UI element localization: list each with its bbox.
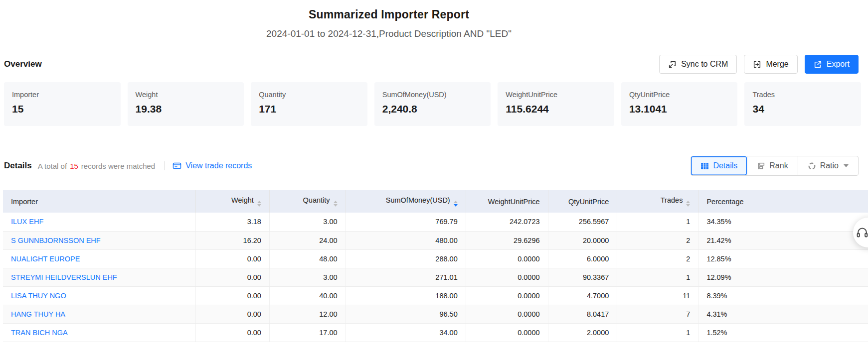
cell-qtyunitprice: 8.0417 <box>548 305 617 323</box>
view-mode-rank[interactable]: Rank <box>747 156 797 175</box>
column-header-sumofmoney-usd[interactable]: SumOfMoney(USD) <box>346 190 466 213</box>
details-summary: Details A total of 15 records were match… <box>4 161 252 171</box>
importer-link[interactable]: TRAN BICH NGA <box>11 329 68 337</box>
cell-weightunitprice: 29.6296 <box>466 231 548 249</box>
cell-percentage: 34.35% <box>698 213 868 231</box>
sort-carets-icon[interactable] <box>454 201 458 207</box>
cell-qtyunitprice: 256.5967 <box>548 213 617 231</box>
cell-weightunitprice: 242.0723 <box>466 213 548 231</box>
importer-link[interactable]: LISA THUY NGO <box>11 292 66 300</box>
column-header-label: WeightUnitPrice <box>488 198 540 206</box>
cell-quantity: 3.00 <box>269 268 346 286</box>
cell-weightunitprice: 0.0000 <box>466 268 548 286</box>
stat-card-label: QtyUnitPrice <box>629 91 730 99</box>
cell-importer: TRAN BICH NGA <box>3 323 196 342</box>
sync-to-crm-button[interactable]: Sync to CRM <box>659 55 737 74</box>
cell-qtyunitprice: 4.7000 <box>548 286 617 305</box>
sync-to-crm-label: Sync to CRM <box>681 60 728 69</box>
view-mode-details[interactable]: Details <box>691 156 747 175</box>
records-icon <box>173 161 181 170</box>
stat-card: Weight 19.38 <box>128 82 244 126</box>
cell-trades: 1 <box>617 213 698 231</box>
view-mode-rank-label: Rank <box>769 161 788 170</box>
stat-card-value: 115.6244 <box>506 103 606 115</box>
export-label: Export <box>827 60 850 69</box>
cell-trades: 1 <box>617 268 698 286</box>
cell-sumofmoney-usd: 188.00 <box>346 286 466 305</box>
column-header-quantity[interactable]: Quantity <box>269 190 346 213</box>
cell-importer: LISA THUY NGO <box>3 286 196 305</box>
cell-qtyunitprice: 90.3367 <box>548 268 617 286</box>
stat-card-value: 15 <box>12 103 113 115</box>
cell-trades: 1 <box>617 323 698 342</box>
rank-icon <box>757 162 765 170</box>
column-header-label: SumOfMoney(USD) <box>386 196 450 204</box>
column-header-weight[interactable]: Weight <box>196 190 269 213</box>
cell-percentage: 1.52% <box>698 323 868 342</box>
page-title: Summarized Importer Report <box>0 8 778 21</box>
stat-card-label: SumOfMoney(USD) <box>382 91 483 99</box>
view-trade-records-label: View trade records <box>185 161 252 170</box>
column-header-label: Trades <box>661 196 683 204</box>
stat-card: QtyUnitPrice 13.1041 <box>621 82 738 126</box>
cell-weight: 0.00 <box>196 323 269 342</box>
view-mode-ratio[interactable]: Ratio <box>798 156 858 175</box>
stat-card-value: 19.38 <box>136 103 236 115</box>
stat-card: WeightUnitPrice 115.6244 <box>498 82 614 126</box>
cell-quantity: 3.00 <box>269 213 346 231</box>
cell-sumofmoney-usd: 96.50 <box>346 305 466 323</box>
cell-importer: HANG THUY HA <box>3 305 196 323</box>
stat-card-value: 2,240.8 <box>382 103 483 115</box>
import-icon <box>668 60 677 69</box>
column-header-label: Importer <box>11 198 38 206</box>
table-header-row: ImporterWeightQuantitySumOfMoney(USD)Wei… <box>3 190 868 213</box>
importer-link[interactable]: HANG THUY HA <box>11 310 65 318</box>
column-header-weightunitprice: WeightUnitPrice <box>466 190 548 213</box>
importer-link[interactable]: ILUX EHF <box>11 218 43 226</box>
merge-button[interactable]: Merge <box>744 55 797 74</box>
importer-link[interactable]: S GUNNBJORNSSON EHF <box>11 237 101 244</box>
details-row: Details A total of 15 records were match… <box>4 156 859 176</box>
cell-quantity: 17.00 <box>269 323 346 342</box>
cell-quantity: 12.00 <box>269 305 346 323</box>
cell-importer: S GUNNBJORNSSON EHF <box>3 231 196 249</box>
sort-carets-icon[interactable] <box>686 201 690 207</box>
importer-link[interactable]: STREYMI HEILDVERSLUN EHF <box>11 273 117 281</box>
column-header-qtyunitprice: QtyUnitPrice <box>548 190 617 213</box>
cell-weight: 0.00 <box>196 268 269 286</box>
cell-sumofmoney-usd: 769.79 <box>346 213 466 231</box>
cell-importer: ILUX EHF <box>3 213 196 231</box>
importers-table: ImporterWeightQuantitySumOfMoney(USD)Wei… <box>3 190 868 342</box>
cell-weightunitprice: 0.0000 <box>466 249 548 268</box>
view-mode-switch: Details Rank Ratio <box>691 156 859 176</box>
total-prefix: A total of <box>38 162 67 170</box>
cell-weightunitprice: 0.0000 <box>466 305 548 323</box>
cell-weight: 3.18 <box>196 213 269 231</box>
column-header-trades[interactable]: Trades <box>617 190 698 213</box>
sort-carets-icon[interactable] <box>257 201 261 207</box>
page-subtitle: 2024-01-01 to 2024-12-31,Product Descrip… <box>0 28 778 39</box>
cell-qtyunitprice: 20.0000 <box>548 231 617 249</box>
cell-quantity: 40.00 <box>269 286 346 305</box>
stat-card: SumOfMoney(USD) 2,240.8 <box>374 82 491 126</box>
stat-card-label: Importer <box>12 91 113 99</box>
stat-card-label: WeightUnitPrice <box>506 91 606 99</box>
export-icon <box>814 60 822 69</box>
headset-icon <box>856 226 868 239</box>
table-row: ILUX EHF3.183.00769.79242.0723256.596713… <box>3 213 868 231</box>
chevron-down-icon <box>844 164 849 167</box>
export-button[interactable]: Export <box>805 55 859 74</box>
column-header-label: QtyUnitPrice <box>568 198 609 206</box>
ratio-circle-icon <box>808 162 816 170</box>
column-header-label: Quantity <box>303 196 330 204</box>
cell-weight: 0.00 <box>196 249 269 268</box>
view-trade-records-link[interactable]: View trade records <box>173 161 252 170</box>
importer-link[interactable]: NUALIGHT EUROPE <box>11 255 80 263</box>
overview-label: Overview <box>4 59 42 69</box>
stat-card: Importer 15 <box>4 82 121 126</box>
view-mode-details-label: Details <box>713 161 737 170</box>
table-body: ILUX EHF3.183.00769.79242.0723256.596713… <box>3 213 868 342</box>
sort-carets-icon[interactable] <box>334 201 338 207</box>
vertical-divider <box>164 161 165 170</box>
table-row: S GUNNBJORNSSON EHF16.2024.00480.0029.62… <box>3 231 868 249</box>
